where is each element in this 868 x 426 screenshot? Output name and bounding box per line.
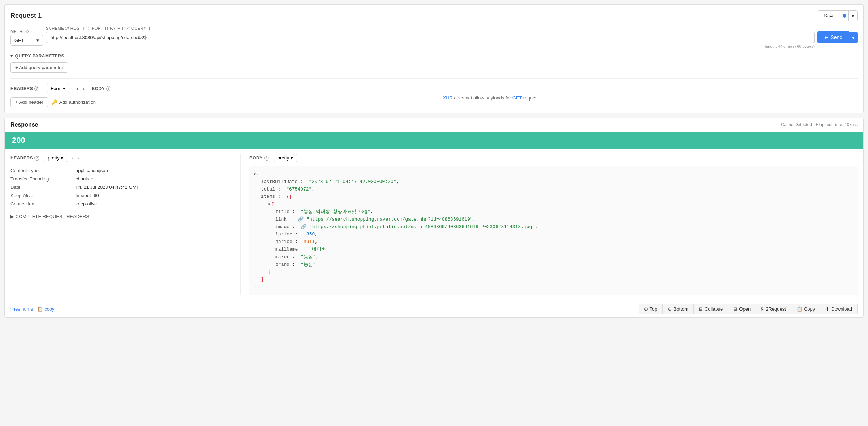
query-params-toggle[interactable]: ▾ QUERY PARAMETERS <box>10 54 858 59</box>
collapse-root-icon[interactable]: ▼ <box>254 172 256 176</box>
complete-headers-toggle[interactable]: ▶ COMPLETE REQUEST HEADERS <box>10 214 235 219</box>
transfer-arrows: ‹ › <box>75 85 86 92</box>
request-title-row: Request 1 Save ▾ <box>10 10 858 21</box>
body-footer: lines nums 📋 copy ⊙ Top ⊙ Bottom ⊟ Colla… <box>5 301 863 317</box>
resp-body-label: BODY ? <box>249 156 269 161</box>
response-body-code: ▼{ lastBuildDate : "2023-07-21T04:47:42.… <box>249 166 858 295</box>
body-label: BODY ? <box>92 86 112 91</box>
copy-small-label: copy <box>44 306 54 312</box>
body-message-text2: request. <box>523 95 540 101</box>
request-button[interactable]: ⎘ 2Request <box>756 304 791 314</box>
link-url[interactable]: 🔗 "https://search.shopping.naver.com/gat… <box>298 217 473 222</box>
complete-headers-label: ▶ COMPLETE REQUEST HEADERS <box>10 214 89 219</box>
request-title: Request 1 <box>10 12 42 20</box>
save-dropdown-button[interactable]: ▾ <box>848 11 857 21</box>
resp-headers-body-row: HEADERS ? pretty ▾ ‹ › Content-Type: app… <box>5 149 863 301</box>
header-row-transfer-encoding: Transfer-Encoding: chunked <box>10 175 235 183</box>
method-select-wrap: METHOD GET ▾ <box>10 29 43 46</box>
copy-small-icon: 📋 <box>37 306 43 312</box>
form-dropdown[interactable]: Form ▾ <box>47 84 69 93</box>
add-query-button[interactable]: + Add query parameter <box>10 62 68 73</box>
headers-body-row: HEADERS ? Form ▾ ‹ › BODY ? + Add header <box>10 78 858 107</box>
copy-button[interactable]: 📋 Copy <box>791 304 820 314</box>
collapse-item0-icon[interactable]: ▼ <box>268 203 270 206</box>
top-button[interactable]: ⊙ Top <box>639 304 663 314</box>
headers-actions: + Add header 🔑 Add authorization <box>10 97 425 107</box>
request-label: 2Request <box>766 306 786 312</box>
send-button-group: ➤ Send ▾ <box>817 31 858 43</box>
resp-body-info-icon[interactable]: ? <box>264 156 269 161</box>
url-length: length: 44 char(s) 60 byte(s) <box>46 44 815 48</box>
collapse-items-icon[interactable]: ▼ <box>286 195 288 199</box>
arrow-left-btn[interactable]: ‹ <box>75 85 80 92</box>
top-label: Top <box>650 306 657 312</box>
resp-headers-label: HEADERS ? <box>10 156 39 161</box>
body-right: XHR does not allow payloads for GET requ… <box>434 91 858 101</box>
image-url[interactable]: 🔗 "https://shopping-phinf.pstatic.net/ma… <box>301 224 535 230</box>
status-code: 200 <box>12 136 25 145</box>
resp-arrow-right-btn[interactable]: › <box>76 154 81 162</box>
lines-nums-link[interactable]: lines nums <box>10 306 33 312</box>
send-button[interactable]: ➤ Send <box>817 31 849 43</box>
request-panel: Request 1 Save ▾ METHOD GET ▾ SCHEME ://… <box>4 4 864 113</box>
copy-label: Copy <box>804 306 815 312</box>
request-icon: ⎘ <box>761 306 764 312</box>
status-bar: 200 <box>5 132 863 149</box>
response-panel: Response Cache Detected - Elapsed Time: … <box>4 118 864 318</box>
headers-left: HEADERS ? Form ▾ ‹ › BODY ? + Add header <box>10 84 425 107</box>
body-info-icon[interactable]: ? <box>106 86 111 91</box>
lines-nums-label: lines nums <box>10 306 33 312</box>
header-row-keep-alive: Keep-Alive: timeout=60 <box>10 191 235 200</box>
query-params-label: QUERY PARAMETERS <box>15 54 64 59</box>
send-label: Send <box>830 34 842 40</box>
header-row-content-type: Content-Type: application/json <box>10 166 235 175</box>
send-arrow-icon: ➤ <box>824 34 828 40</box>
query-params-collapse-icon: ▾ <box>10 54 13 59</box>
open-button[interactable]: ⊞ Open <box>728 304 756 314</box>
resp-body-top-row: BODY ? pretty ▾ <box>249 154 858 162</box>
resp-transfer-arrows: ‹ › <box>70 154 81 162</box>
top-icon: ⊙ <box>644 306 648 312</box>
resp-headers-info-icon[interactable]: ? <box>34 156 39 161</box>
resp-headers-top-row: HEADERS ? pretty ▾ ‹ › <box>10 154 235 162</box>
save-button[interactable]: Save <box>818 11 841 21</box>
url-input[interactable] <box>46 32 815 43</box>
form-label: Form <box>51 86 61 91</box>
save-indicator <box>843 14 846 18</box>
method-value: GET <box>14 38 24 43</box>
copy-icon: 📋 <box>796 306 802 312</box>
body-footer-left: lines nums 📋 copy <box>10 306 55 312</box>
method-label: METHOD <box>10 29 43 34</box>
body-message: XHR does not allow payloads for GET requ… <box>443 95 858 101</box>
arrow-right-btn[interactable]: › <box>81 85 86 92</box>
headers-info-icon[interactable]: ? <box>34 86 39 91</box>
resp-header-table: Content-Type: application/json Transfer-… <box>10 166 235 208</box>
add-auth-label: Add authorization <box>59 99 96 105</box>
copy-small-link[interactable]: 📋 copy <box>37 306 54 312</box>
resp-body-pretty[interactable]: pretty ▾ <box>274 154 297 162</box>
resp-arrow-left-btn[interactable]: ‹ <box>70 154 75 162</box>
method-select[interactable]: GET ▾ <box>10 35 43 46</box>
collapse-label: Collapse <box>705 306 723 312</box>
resp-headers-section: HEADERS ? pretty ▾ ‹ › Content-Type: app… <box>10 154 235 219</box>
query-params-section: ▾ QUERY PARAMETERS + Add query parameter <box>10 54 858 73</box>
bottom-label: Bottom <box>674 306 688 312</box>
add-header-button[interactable]: + Add header <box>10 97 48 107</box>
collapse-button[interactable]: ⊟ Collapse <box>694 304 729 314</box>
get-link[interactable]: GET <box>512 95 522 101</box>
method-dropdown-icon: ▾ <box>36 38 39 43</box>
header-row-date: Date: Fri, 21 Jul 2023 04:47:42 GMT <box>10 183 235 191</box>
bottom-button[interactable]: ⊙ Bottom <box>663 304 694 314</box>
body-message-text: does not allow payloads for <box>454 95 512 101</box>
response-title: Response <box>10 122 38 128</box>
download-button[interactable]: ⬇ Download <box>820 304 858 314</box>
open-icon: ⊞ <box>733 306 737 312</box>
header-row-connection: Connection: keep-alive <box>10 200 235 208</box>
method-url-row: METHOD GET ▾ SCHEME :// HOST [ ":" PORT … <box>10 26 858 48</box>
url-wrap: SCHEME :// HOST [ ":" PORT ] [ PATH [ "?… <box>46 26 815 48</box>
resp-headers-pretty[interactable]: pretty ▾ <box>44 154 67 162</box>
send-dropdown-button[interactable]: ▾ <box>849 32 858 43</box>
elapsed-time: Cache Detected - Elapsed Time: 103ms <box>781 122 858 127</box>
xhr-link[interactable]: XHR <box>443 95 453 101</box>
add-auth-button[interactable]: 🔑 Add authorization <box>52 97 96 107</box>
